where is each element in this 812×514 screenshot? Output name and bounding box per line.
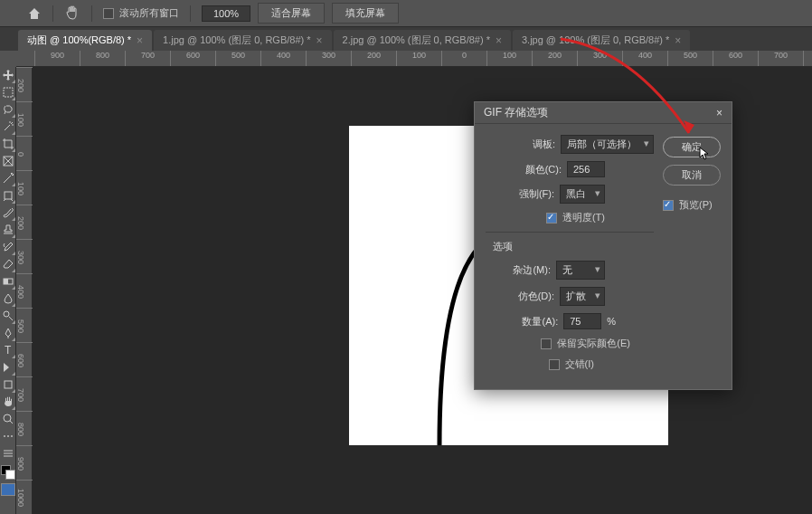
hand-tool-icon[interactable]: [64, 5, 80, 22]
cursor-icon: [699, 147, 710, 161]
scroll-all-label: 滚动所有窗口: [119, 6, 179, 20]
gif-save-options-dialog: GIF 存储选项 × 调板: 局部（可选择） 颜色(C): 256 强制(F):…: [474, 101, 732, 390]
document-tabs: 动图 @ 100%(RGB/8) * × 1.jpg @ 100% (图层 0,…: [0, 27, 812, 51]
zoom-display[interactable]: 100%: [202, 5, 250, 22]
forced-select[interactable]: 黑白: [560, 185, 605, 204]
palette-label: 调板:: [533, 138, 555, 151]
tools-panel: T ⋯: [0, 67, 16, 514]
ok-button[interactable]: 确定: [663, 137, 721, 157]
interlace-checkbox[interactable]: 交错(I): [549, 357, 594, 371]
brush-tool-icon[interactable]: [1, 205, 15, 221]
palette-select[interactable]: 局部（可选择）: [561, 135, 654, 154]
home-icon[interactable]: [27, 6, 42, 21]
tab-document-1[interactable]: 1.jpg @ 100% (图层 0, RGB/8#) * ×: [154, 30, 331, 51]
colors-input[interactable]: 256: [567, 161, 605, 177]
cancel-button[interactable]: 取消: [663, 165, 721, 186]
amount-input[interactable]: 75: [563, 313, 601, 329]
hand-tool-icon[interactable]: [1, 394, 15, 410]
tab-label: 2.jpg @ 100% (图层 0, RGB/8#) *: [343, 33, 490, 47]
close-icon[interactable]: ×: [316, 34, 323, 47]
type-tool-icon[interactable]: T: [1, 342, 15, 358]
checkbox-icon: [541, 338, 552, 349]
more-tools-icon[interactable]: ⋯: [1, 428, 15, 444]
pen-tool-icon[interactable]: [1, 325, 15, 341]
tab-document-0[interactable]: 动图 @ 100%(RGB/8) * ×: [18, 30, 152, 51]
close-icon[interactable]: ×: [716, 107, 722, 119]
vertical-ruler: 20010001002003004005006007008009001000: [16, 67, 33, 514]
wand-tool-icon[interactable]: [1, 119, 15, 135]
amount-suffix: %: [607, 316, 616, 327]
checkbox-icon: [103, 8, 114, 19]
preview-label: 预览(P): [679, 198, 713, 212]
svg-text:T: T: [5, 344, 12, 357]
svg-rect-7: [5, 381, 12, 388]
checkbox-icon: [549, 359, 560, 370]
tab-label: 动图 @ 100%(RGB/8) *: [27, 33, 131, 47]
preserve-label: 保留实际颜色(E): [557, 337, 630, 350]
dither-select[interactable]: 扩散: [560, 287, 605, 306]
matte-select[interactable]: 无: [556, 261, 605, 280]
close-icon[interactable]: ×: [675, 34, 681, 47]
separator: [52, 5, 53, 22]
blur-tool-icon[interactable]: [1, 290, 15, 307]
svg-rect-4: [4, 279, 8, 284]
dialog-titlebar[interactable]: GIF 存储选项 ×: [475, 102, 732, 124]
edit-toolbar-icon[interactable]: [1, 445, 15, 462]
zoom-tool-icon[interactable]: [1, 411, 15, 427]
lasso-tool-icon[interactable]: [1, 101, 15, 118]
options-section-title: 选项: [493, 240, 654, 253]
crop-tool-icon[interactable]: [1, 136, 15, 152]
preserve-checkbox[interactable]: 保留实际颜色(E): [541, 337, 630, 350]
checkbox-icon: [663, 200, 674, 211]
transparency-checkbox[interactable]: 透明度(T): [546, 211, 605, 224]
options-bar: 滚动所有窗口 100% 适合屏幕 填充屏幕: [0, 0, 812, 27]
separator: [91, 5, 92, 22]
scroll-all-windows-checkbox[interactable]: 滚动所有窗口: [103, 6, 179, 20]
tab-document-2[interactable]: 2.jpg @ 100% (图层 0, RGB/8#) * ×: [334, 30, 511, 51]
stamp-tool-icon[interactable]: [1, 222, 15, 238]
eraser-tool-icon[interactable]: [1, 256, 15, 272]
close-icon[interactable]: ×: [496, 34, 502, 47]
tab-label: 1.jpg @ 100% (图层 0, RGB/8#) *: [163, 33, 310, 47]
shape-tool-icon[interactable]: [1, 376, 15, 393]
amount-label: 数量(A):: [522, 315, 558, 328]
close-icon[interactable]: ×: [137, 34, 143, 47]
separator: [190, 5, 191, 22]
frame-tool-icon[interactable]: [1, 153, 15, 169]
dialog-title-text: GIF 存储选项: [484, 105, 548, 120]
svg-rect-0: [4, 88, 13, 97]
checkbox-icon: [546, 213, 557, 224]
preview-checkbox[interactable]: 预览(P): [663, 198, 721, 212]
interlace-label: 交错(I): [565, 357, 594, 371]
dodge-tool-icon[interactable]: [1, 308, 15, 324]
horizontal-ruler: 9008007006005004003002001000100200300400…: [16, 51, 812, 67]
color-swap-icon[interactable]: [1, 462, 15, 482]
matte-label: 杂边(M):: [513, 263, 551, 277]
transparency-label: 透明度(T): [562, 211, 605, 224]
path-tool-icon[interactable]: [1, 359, 15, 376]
foreground-color-swatch[interactable]: [1, 483, 15, 496]
gradient-tool-icon[interactable]: [1, 273, 15, 290]
forced-label: 强制(F):: [519, 187, 554, 201]
colors-label: 颜色(C):: [525, 163, 562, 176]
svg-rect-2: [5, 192, 12, 199]
dither-label: 仿色(D):: [518, 290, 554, 303]
tab-document-3[interactable]: 3.jpg @ 100% (图层 0, RGB/8#) * ×: [513, 30, 690, 51]
svg-point-5: [4, 311, 9, 317]
svg-point-8: [4, 414, 11, 422]
heal-tool-icon[interactable]: [1, 187, 15, 204]
fit-screen-button[interactable]: 适合屏幕: [258, 3, 325, 24]
fill-screen-button[interactable]: 填充屏幕: [332, 3, 399, 24]
marquee-tool-icon[interactable]: [1, 84, 15, 100]
history-brush-tool-icon[interactable]: [1, 239, 15, 255]
eyedropper-tool-icon[interactable]: [1, 170, 15, 186]
tab-label: 3.jpg @ 100% (图层 0, RGB/8#) *: [522, 33, 669, 47]
move-tool-icon[interactable]: [1, 67, 15, 83]
